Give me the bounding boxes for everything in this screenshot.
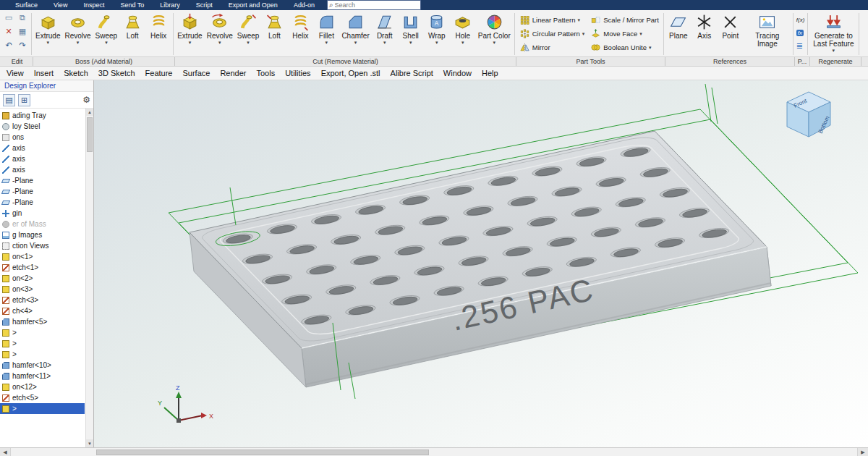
titlebar-menu-add-on[interactable]: Add-on [286,1,323,9]
tree-item-12[interactable]: ction Views [0,240,85,251]
edit-select-icon[interactable]: ▭ [2,13,15,22]
menu-insert[interactable]: Insert [29,69,59,77]
menu-sketch[interactable]: Sketch [59,69,93,77]
scroll-left-icon[interactable]: ◀ [0,448,11,456]
tree-item-7[interactable]: -Plane [0,186,85,197]
menu-window[interactable]: Window [438,69,477,77]
explorer-scrollbar[interactable]: ▲ ▼ [85,108,93,447]
scroll-up-icon[interactable]: ▲ [86,108,93,116]
search-box[interactable]: ⌕ [327,0,421,10]
menu-alibre-script[interactable]: Alibre Script [386,69,438,77]
ribbon-button-part-color[interactable]: Part Color▾ [476,12,513,46]
scroll-right-icon[interactable]: ▶ [857,448,868,456]
ribbon-button-scale-mirror-part[interactable]: Scale / Mirror Part [590,14,659,25]
titlebar-menu-script[interactable]: Script [188,1,221,9]
tree-item-5[interactable]: axis [0,164,85,175]
tree-item-22[interactable]: > [0,349,85,360]
search-input[interactable] [335,1,420,9]
explorer-tree-view-icon[interactable]: ⊞ [18,94,30,106]
explorer-scrollbar-thumb[interactable] [87,117,93,152]
equation-editor-icon[interactable]: f(x) [796,14,805,26]
tree-item-2[interactable]: ons [0,132,85,143]
menu-utilities[interactable]: Utilities [280,69,315,77]
ribbon-button-revolve[interactable]: Revolve▾ [205,12,235,46]
tree-item-24[interactable]: hamfer<11> [0,371,85,381]
tree-item-11[interactable]: g Images [0,229,85,240]
tree-item-19[interactable]: hamfer<5> [0,316,85,327]
tree-item-21[interactable]: > [0,338,85,349]
tree-item-25[interactable]: on<12> [0,381,85,392]
tree-item-6[interactable]: -Plane [0,175,85,186]
ribbon-button-helix[interactable]: Helix [145,12,171,46]
ribbon-button-plane[interactable]: Plane [665,12,692,46]
ribbon-button-loft[interactable]: Loft [119,12,145,46]
equation-list-icon[interactable]: ≣ [796,40,803,52]
tree-item-14[interactable]: etch<1> [0,262,85,273]
tree-item-3[interactable]: axis [0,143,85,153]
viewport-3d[interactable]: .256 PACFrontBottomZYX [94,80,868,447]
ribbon-button-generate-to-last-feature[interactable]: Generate to Last Feature▾ [809,12,857,54]
tree-item-18[interactable]: ch<4> [0,305,85,316]
tree-item-0[interactable]: ading Tray [0,110,85,121]
ribbon-button-hole[interactable]: Hole▾ [450,12,476,46]
menu-view[interactable]: View [1,69,29,77]
ribbon-button-chamfer[interactable]: Chamfer▾ [339,12,371,46]
ribbon-button-wrap[interactable]: AWrap▾ [424,12,450,46]
tree-item-26[interactable]: etch<5> [0,392,85,403]
ribbon-button-linear-pattern[interactable]: Linear Pattern▾ [519,14,585,25]
tree-item-23[interactable]: hamfer<10> [0,360,85,371]
menu-export-open-stl[interactable]: Export, Open .stl [316,69,386,77]
menu-surface[interactable]: Surface [177,69,215,77]
tree-item-16[interactable]: on<3> [0,284,85,295]
undo-icon[interactable]: ↶ [2,41,15,50]
tree-item-20[interactable]: > [0,327,85,338]
ribbon-button-shell[interactable]: Shell▾ [398,12,424,46]
ribbon-button-revolve[interactable]: Revolve▾ [62,12,93,46]
ribbon-button-draft[interactable]: Draft▾ [372,12,398,46]
ribbon-button-extrude[interactable]: Extrude▾ [33,12,62,46]
settings-gear-icon[interactable]: ⚙ [82,95,90,105]
tree-item-27[interactable]: > [0,403,85,414]
ribbon-button-axis[interactable]: Axis [692,12,718,46]
menu-render[interactable]: Render [215,69,251,77]
tree-item-9[interactable]: gin [0,208,85,219]
ribbon-button-loft[interactable]: Loft [261,12,287,46]
menu-tools[interactable]: Tools [251,69,280,77]
ribbon-button-fillet[interactable]: Fillet▾ [313,12,339,46]
ribbon-button-mirror[interactable]: Mirror [519,41,585,53]
ribbon-button-helix[interactable]: Helix [287,12,313,46]
titlebar-menu-send-to[interactable]: Send To [112,1,152,9]
tree-item-4[interactable]: axis [0,153,85,164]
ribbon-button-move-face[interactable]: Move Face▾ [590,28,659,39]
horizontal-scrollbar[interactable]: ◀ ▶ [0,447,868,456]
viewport-canvas[interactable]: .256 PACFrontBottomZYX [94,80,868,447]
fx-icon[interactable]: fx [796,27,804,39]
ribbon-button-tracing-image[interactable]: Tracing Image [744,12,791,54]
titlebar-menu-export-and-open[interactable]: Export and Open [221,1,286,9]
edit-copy-icon[interactable]: ⧉ [16,13,29,22]
horizontal-scrollbar-thumb[interactable] [96,449,429,455]
ribbon-button-boolean-unite[interactable]: Boolean Unite▾ [590,41,659,53]
menu-feature[interactable]: Feature [140,69,178,77]
redo-icon[interactable]: ↷ [16,41,29,50]
tree-item-15[interactable]: on<2> [0,273,85,284]
tree-item-8[interactable]: -Plane [0,197,85,208]
menu-help[interactable]: Help [477,69,503,77]
tree-item-17[interactable]: etch<3> [0,295,85,305]
menu-3d-sketch[interactable]: 3D Sketch [93,69,140,77]
tree-item-13[interactable]: on<1> [0,251,85,262]
ribbon-button-extrude[interactable]: Extrude▾ [175,12,204,46]
ribbon-button-circular-pattern[interactable]: Circular Pattern▾ [519,28,585,39]
titlebar-menu-view[interactable]: View [46,1,75,9]
edit-delete-icon[interactable]: ✕ [2,27,15,36]
tree-item-10[interactable]: er of Mass [0,219,85,229]
titlebar-menu-surface[interactable]: Surface [7,1,46,9]
ribbon-button-sweep[interactable]: Sweep▾ [235,12,262,46]
edit-paste-icon[interactable]: ▦ [16,27,29,36]
ribbon-button-point[interactable]: Point [718,12,744,46]
titlebar-menu-library[interactable]: Library [152,1,188,9]
ribbon-button-sweep[interactable]: Sweep▾ [93,12,120,46]
titlebar-menu-inspect[interactable]: Inspect [75,1,112,9]
scroll-down-icon[interactable]: ▼ [86,439,93,447]
explorer-grid-view-icon[interactable]: ▤ [3,94,15,106]
